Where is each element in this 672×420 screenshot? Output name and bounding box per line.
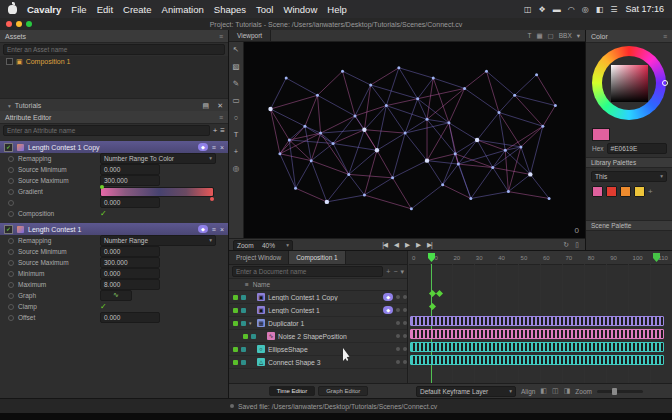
timeline-tab-composition-1[interactable]: Composition 1 bbox=[289, 251, 346, 264]
section-enabled-checkbox[interactable]: ✓ bbox=[4, 225, 13, 234]
control-center-icon[interactable]: ❖ bbox=[539, 5, 546, 14]
zoom-slider-knob[interactable] bbox=[612, 388, 617, 395]
keyframe-toggle-icon[interactable] bbox=[8, 238, 14, 244]
minimize-window-button[interactable] bbox=[16, 21, 22, 27]
layer-option-icon[interactable] bbox=[403, 347, 407, 351]
apple-menu-icon[interactable] bbox=[8, 5, 17, 14]
text-hud-icon[interactable]: T bbox=[527, 32, 531, 40]
close-window-button[interactable] bbox=[6, 21, 12, 27]
hue-handle[interactable] bbox=[662, 80, 668, 86]
remove-layer-icon[interactable]: − bbox=[393, 268, 397, 275]
layer-duration-bar[interactable] bbox=[410, 316, 664, 326]
filter-icon[interactable]: ≡ bbox=[220, 126, 225, 135]
timeline-filter-input[interactable] bbox=[232, 266, 383, 277]
attribute-number-field[interactable]: 0.000 bbox=[100, 246, 160, 257]
palette-swatch[interactable] bbox=[634, 186, 645, 197]
add-attribute-icon[interactable]: + bbox=[213, 126, 218, 135]
asset-search-input[interactable] bbox=[3, 44, 225, 55]
battery-icon[interactable]: ▬ bbox=[553, 5, 561, 14]
expander-icon[interactable]: ▾ bbox=[249, 320, 254, 326]
layer-row[interactable]: ▣Length Contest 1 Copy◆ bbox=[229, 291, 407, 304]
keyframe-icon[interactable] bbox=[436, 290, 443, 297]
keyframe-toggle-icon[interactable] bbox=[8, 271, 14, 277]
layer-option-icon[interactable] bbox=[396, 360, 400, 364]
track-row[interactable] bbox=[408, 288, 672, 301]
layer-row[interactable]: ∿Noise 2 ShapePosition bbox=[229, 330, 407, 343]
solo-toggle-icon[interactable] bbox=[241, 360, 246, 365]
attribute-number-field[interactable]: 0.000 bbox=[100, 197, 160, 208]
solo-toggle-icon[interactable] bbox=[241, 321, 246, 326]
visibility-toggle-icon[interactable] bbox=[233, 347, 238, 352]
layer-option-icon[interactable] bbox=[403, 308, 407, 312]
layer-option-icon[interactable] bbox=[396, 334, 400, 338]
layer-tag-pill-icon[interactable]: ◆ bbox=[383, 293, 393, 301]
keyframe-toggle-icon[interactable] bbox=[8, 200, 14, 206]
attribute-section-header[interactable]: ✓Length Contest 1 Copy◆≡× bbox=[0, 141, 228, 153]
keyframe-toggle-icon[interactable] bbox=[8, 167, 14, 173]
keyframe-toggle-icon[interactable] bbox=[8, 260, 14, 266]
visibility-toggle-icon[interactable] bbox=[233, 360, 238, 365]
visibility-toggle-icon[interactable] bbox=[243, 334, 248, 339]
keyframe-toggle-icon[interactable] bbox=[8, 293, 14, 299]
layer-option-icon[interactable] bbox=[403, 334, 407, 338]
delete-icon[interactable]: ✕ bbox=[217, 102, 223, 110]
keyframe-toggle-icon[interactable] bbox=[8, 211, 14, 217]
layer-row[interactable]: ▾▦Duplicator 1 bbox=[229, 317, 407, 330]
gradient-stop-icon[interactable] bbox=[210, 197, 214, 201]
timeline-zoom-slider[interactable] bbox=[597, 390, 643, 393]
current-color-swatch[interactable] bbox=[592, 128, 610, 141]
gradient-stop-icon[interactable] bbox=[100, 185, 104, 189]
track-row[interactable] bbox=[408, 327, 672, 340]
palette-swatch[interactable] bbox=[606, 186, 617, 197]
visibility-toggle-icon[interactable] bbox=[233, 295, 238, 300]
layer-option-icon[interactable] bbox=[396, 308, 400, 312]
go-to-start-button[interactable]: |◀ bbox=[382, 241, 387, 249]
section-enabled-checkbox[interactable]: ✓ bbox=[4, 143, 13, 152]
track-row[interactable] bbox=[408, 314, 672, 327]
go-to-end-button[interactable]: ▶| bbox=[427, 241, 432, 249]
viewport-canvas[interactable]: 0 bbox=[244, 42, 585, 238]
align-center-icon[interactable]: ◫ bbox=[552, 387, 559, 395]
layer-option-icon[interactable] bbox=[396, 347, 400, 351]
menu-list-icon[interactable]: ☰ bbox=[610, 5, 617, 14]
section-menu-icon[interactable]: ≡ bbox=[212, 144, 216, 151]
section-menu-icon[interactable]: ≡ bbox=[212, 226, 216, 233]
color-panel-menu-icon[interactable]: ≡ bbox=[663, 33, 667, 40]
layer-row[interactable]: △Connect Shape 3 bbox=[229, 356, 407, 369]
keyframe-layer-select[interactable]: Default Keyframe Layer ▾ bbox=[416, 386, 516, 397]
menu-clock[interactable]: Sat 17:16 bbox=[625, 4, 664, 14]
visibility-toggle-icon[interactable] bbox=[233, 321, 238, 326]
keyframe-icon[interactable] bbox=[429, 303, 436, 310]
keyframe-toggle-icon[interactable] bbox=[8, 249, 14, 255]
layer-row[interactable]: ▣Length Contest 1◆ bbox=[229, 304, 407, 317]
layer-option-icon[interactable] bbox=[396, 295, 400, 299]
text-tool[interactable]: T bbox=[234, 131, 239, 139]
guides-icon[interactable]: ▢ bbox=[548, 32, 554, 40]
tag-pill-icon[interactable]: ◆ bbox=[198, 225, 208, 233]
folder-icon[interactable]: ▤ bbox=[203, 102, 210, 110]
attribute-number-field[interactable]: 0.000 bbox=[100, 164, 160, 175]
layer-row[interactable]: ○EllipseShape bbox=[229, 343, 407, 356]
spotlight-icon[interactable]: ◎ bbox=[582, 5, 589, 14]
keyframe-toggle-icon[interactable] bbox=[8, 315, 14, 321]
attribute-number-field[interactable]: 300.000 bbox=[100, 257, 160, 268]
chevron-down-icon[interactable]: ▾ bbox=[400, 268, 404, 276]
attribute-number-field[interactable]: 0.000 bbox=[100, 268, 160, 279]
grid-icon[interactable]: ▦ bbox=[536, 32, 542, 40]
time-editor-button[interactable]: Time Editor bbox=[269, 386, 315, 396]
next-keyframe-button[interactable]: ▶ bbox=[416, 241, 420, 249]
align-right-icon[interactable]: ◨ bbox=[564, 387, 571, 395]
attribute-number-field[interactable]: 0.000 bbox=[100, 312, 160, 323]
layer-option-icon[interactable] bbox=[403, 360, 407, 364]
display-icon[interactable]: ◧ bbox=[596, 5, 604, 14]
zoom-window-button[interactable] bbox=[26, 21, 32, 27]
graph-preview[interactable]: ∿ bbox=[100, 290, 132, 301]
align-left-icon[interactable]: ◧ bbox=[540, 387, 547, 395]
palette-swatch[interactable] bbox=[592, 186, 603, 197]
menu-item-tool[interactable]: Tool bbox=[256, 4, 273, 15]
graph-editor-button[interactable]: Graph Editor bbox=[318, 386, 368, 396]
rectangle-tool[interactable]: ▭ bbox=[232, 97, 239, 105]
checkbox-checked-icon[interactable]: ✓ bbox=[100, 210, 107, 218]
layer-option-icon[interactable] bbox=[403, 321, 407, 325]
keyframe-toggle-icon[interactable] bbox=[8, 282, 14, 288]
